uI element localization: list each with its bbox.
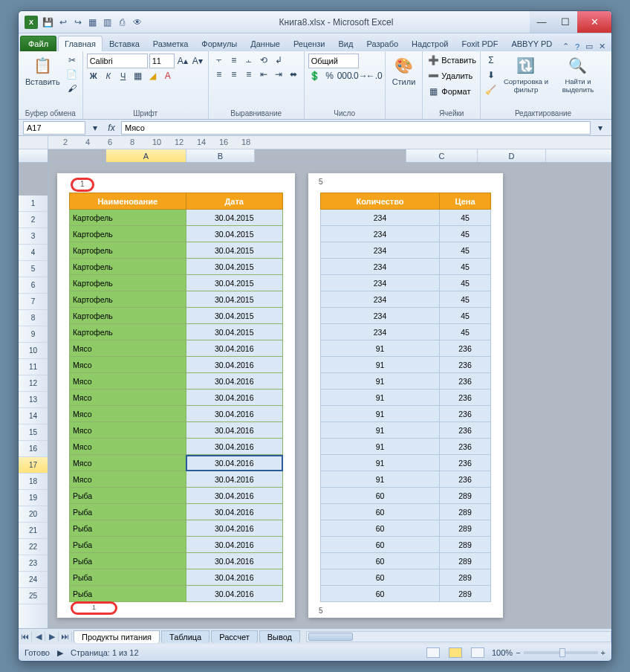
copy-icon[interactable]: 📄 — [65, 68, 79, 81]
fill-icon[interactable]: ⬇ — [484, 68, 498, 82]
fill-color-icon[interactable]: ◢ — [146, 69, 160, 83]
cell-date[interactable]: 30.04.2016 — [186, 406, 282, 422]
table-row[interactable]: 60289 — [321, 569, 491, 586]
ribbon-tab-5[interactable]: Рецензи — [287, 36, 332, 51]
table-row[interactable]: Рыба30.04.2016 — [70, 537, 283, 553]
cell-price[interactable]: 289 — [440, 488, 491, 504]
table-row[interactable]: Рыба30.04.2016 — [70, 553, 283, 569]
row-header-3[interactable]: 3 — [19, 228, 48, 245]
table-row[interactable]: 23445 — [321, 242, 491, 259]
row-header-13[interactable]: 13 — [19, 392, 48, 408]
row-header-6[interactable]: 6 — [19, 277, 48, 294]
row-header-4[interactable]: 4 — [19, 245, 48, 261]
table-row[interactable]: 23445 — [321, 308, 491, 324]
sheet-tab-2[interactable]: Рассчет — [211, 630, 258, 643]
table-row[interactable]: 91236 — [321, 471, 491, 488]
table-row[interactable]: 23445 — [321, 324, 491, 340]
cell-qty[interactable]: 234 — [321, 308, 440, 324]
table-row[interactable]: Мясо30.04.2016 — [70, 422, 283, 439]
sheet-tab-0[interactable]: Продукты питания — [74, 630, 160, 643]
cell-date[interactable]: 30.04.2016 — [186, 553, 282, 569]
table-row[interactable]: Картофель30.04.2015 — [70, 226, 283, 242]
page-layout-view-icon[interactable] — [449, 647, 462, 658]
table-row[interactable]: 60289 — [321, 537, 491, 553]
table-row[interactable]: 60289 — [321, 520, 491, 537]
table-row[interactable]: 23445 — [321, 259, 491, 275]
ribbon-tab-8[interactable]: Надстрой — [405, 36, 455, 51]
table-row[interactable]: Рыба30.04.2016 — [70, 586, 283, 602]
underline-icon[interactable]: Ч — [117, 69, 130, 83]
maximize-button[interactable]: ☐ — [553, 11, 577, 33]
ribbon-tab-3[interactable]: Формулы — [195, 36, 244, 51]
row-header-19[interactable]: 19 — [19, 490, 48, 506]
table-row[interactable]: 91236 — [321, 455, 491, 471]
column-header-c[interactable]: C — [406, 149, 478, 162]
table-row[interactable]: 23445 — [321, 210, 491, 226]
cell-qty[interactable]: 234 — [321, 324, 440, 340]
ribbon-tab-10[interactable]: ABBYY PD — [504, 36, 559, 51]
cell-price[interactable]: 236 — [440, 406, 491, 422]
row-header-18[interactable]: 18 — [19, 474, 48, 490]
cell-qty[interactable]: 91 — [321, 439, 440, 455]
table-row[interactable]: 60289 — [321, 586, 491, 602]
row-header-20[interactable]: 20 — [19, 506, 48, 523]
cell-qty[interactable]: 234 — [321, 226, 440, 242]
zoom-out-icon[interactable]: − — [516, 648, 520, 657]
table-row[interactable]: Мясо30.04.2016 — [70, 406, 283, 422]
cell-name[interactable]: Картофель — [70, 210, 186, 226]
table-row[interactable]: 91236 — [321, 390, 491, 406]
cell-date[interactable]: 30.04.2015 — [186, 242, 282, 259]
help-icon[interactable]: ? — [575, 42, 579, 51]
paste-button[interactable]: 📋 Вставить — [22, 54, 63, 88]
decrease-indent-icon[interactable]: ⇤ — [257, 68, 270, 81]
cell-date[interactable]: 30.04.2016 — [186, 439, 282, 455]
cell-qty[interactable]: 234 — [321, 275, 440, 291]
cell-qty[interactable]: 234 — [321, 291, 440, 308]
cell-name[interactable]: Картофель — [70, 226, 186, 242]
cell-qty[interactable]: 60 — [321, 520, 440, 537]
table-row[interactable]: Мясо30.04.2016 — [70, 471, 283, 488]
file-tab[interactable]: Файл — [20, 36, 56, 51]
cell-name[interactable]: Мясо — [70, 406, 186, 422]
table-row[interactable]: Мясо30.04.2016 — [70, 455, 283, 471]
align-right-icon[interactable]: ≡ — [242, 68, 256, 81]
row-header-7[interactable]: 7 — [19, 294, 48, 310]
cell-qty[interactable]: 91 — [321, 455, 440, 471]
border-icon[interactable]: ▦ — [131, 69, 145, 83]
table-row[interactable]: Картофель30.04.2015 — [70, 308, 283, 324]
table-row[interactable]: 60289 — [321, 488, 491, 504]
cell-qty[interactable]: 60 — [321, 504, 440, 520]
format-painter-icon[interactable]: 🖌 — [65, 82, 79, 95]
cell-price[interactable]: 236 — [440, 422, 491, 439]
ribbon-tab-7[interactable]: Разрабо — [360, 36, 405, 51]
cell-date[interactable]: 30.04.2015 — [186, 308, 282, 324]
find-select-button[interactable]: 🔍 Найти и выделить — [554, 54, 602, 95]
row-header-21[interactable]: 21 — [19, 523, 48, 539]
row-header-12[interactable]: 12 — [19, 375, 48, 392]
cell-qty[interactable]: 91 — [321, 373, 440, 390]
table-row[interactable]: 91236 — [321, 422, 491, 439]
cell-name[interactable]: Рыба — [70, 537, 186, 553]
increase-indent-icon[interactable]: ⇥ — [272, 68, 285, 81]
table-row[interactable]: Мясо30.04.2016 — [70, 439, 283, 455]
font-size-select[interactable]: 11 — [149, 54, 175, 68]
prev-sheet-icon[interactable]: ◀ — [32, 632, 45, 642]
table-row[interactable]: 91236 — [321, 439, 491, 455]
ribbon-tab-9[interactable]: Foxit PDF — [455, 36, 505, 51]
ribbon-tab-2[interactable]: Разметка — [146, 36, 195, 51]
table-row[interactable]: Рыба30.04.2016 — [70, 488, 283, 504]
cell-date[interactable]: 30.04.2016 — [186, 586, 282, 602]
cell-price[interactable]: 289 — [440, 553, 491, 569]
row-header-1[interactable]: 1 — [19, 196, 48, 212]
cell-price[interactable]: 45 — [440, 291, 491, 308]
bold-icon[interactable]: Ж — [87, 69, 100, 83]
orientation-icon[interactable]: ⟲ — [257, 54, 270, 67]
cell-price[interactable]: 236 — [440, 373, 491, 390]
align-bottom-icon[interactable]: ⫠ — [242, 54, 256, 67]
table-row[interactable]: Картофель30.04.2015 — [70, 324, 283, 340]
cell-price[interactable]: 236 — [440, 455, 491, 471]
sheet-tab-1[interactable]: Таблица — [161, 630, 210, 643]
increase-font-icon[interactable]: A▴ — [176, 54, 189, 68]
window-option-icon[interactable]: ▭ — [585, 42, 593, 51]
cell-name[interactable]: Рыба — [70, 569, 186, 586]
